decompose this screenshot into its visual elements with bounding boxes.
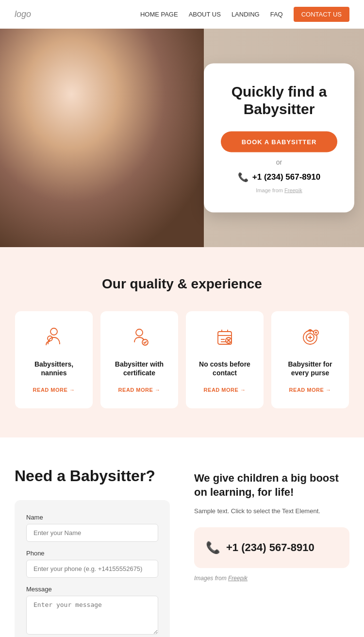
card-link-purse[interactable]: READ MORE → [289,387,331,393]
svg-rect-11 [63,172,73,182]
nav-links: HOME PAGE ABOUT US LANDING FAQ CONTACT U… [140,7,349,22]
phone-input[interactable] [26,560,158,578]
svg-point-7 [34,160,63,184]
hero-section: Quickly find a Babysitter BOOK A BABYSIT… [0,29,364,247]
card-title-babysitters: Babysitters, nannies [24,360,84,377]
card-title-certificate: Babysitter with certificate [109,360,169,377]
svg-point-1 [5,184,199,242]
card-title-purse: Babysitter for every purse [280,360,340,377]
hero-image-credit: Image from Freepik [221,187,337,193]
certificate-icon [109,326,169,352]
nav-about[interactable]: ABOUT US [189,11,221,18]
card-link-certificate[interactable]: READ MORE → [118,387,161,393]
quality-card-certificate: Babysitter with certificate READ MORE → [100,311,178,408]
svg-point-18 [177,55,201,80]
message-input[interactable] [26,596,158,635]
svg-rect-15 [133,110,172,159]
svg-rect-17 [170,53,199,92]
book-babysitter-button[interactable]: BOOK A BABYSITTER [221,132,337,152]
freepik-link-2[interactable]: Freepik [228,575,248,582]
phone-label: Phone [26,550,158,557]
card-link-babysitters[interactable]: READ MORE → [33,387,75,393]
purse-icon [280,326,340,352]
hero-image [0,29,204,247]
svg-rect-6 [53,133,83,172]
svg-point-14 [132,67,169,95]
name-group: Name [26,514,158,542]
contact-section: Need a Babysitter? Name Phone Message RE… [0,437,364,637]
hero-or-text: or [221,158,337,166]
no-cost-icon [195,326,255,352]
contact-inner: Need a Babysitter? Name Phone Message RE… [15,467,349,637]
quality-card-babysitters: Babysitters, nannies READ MORE → [15,311,93,408]
contact-heading: Need a Babysitter? [15,467,170,485]
contact-form-side: Need a Babysitter? Name Phone Message RE… [15,467,170,637]
contact-phone-number: +1 (234) 567-8910 [226,541,314,554]
quality-card-purse: Babysitter for every purse READ MORE → [271,311,349,408]
svg-point-5 [74,93,86,108]
hero-title: Quickly find a Babysitter [221,83,337,118]
card-title-no-cost: No costs before contact [195,360,255,377]
quality-card-no-cost: No costs before contact READ MORE → [186,311,264,408]
hero-phone: 📞 +1 (234) 567-8910 [221,172,337,183]
name-label: Name [26,514,158,521]
nav-home[interactable]: HOME PAGE [140,11,178,18]
svg-point-21 [136,329,143,336]
name-input[interactable] [26,524,158,542]
nav-landing[interactable]: LANDING [232,11,260,18]
phone-icon: 📞 [238,172,248,183]
logo: logo [15,9,31,19]
svg-point-16 [91,124,142,157]
nav-contact[interactable]: CONTACT US [294,7,349,22]
svg-point-3 [50,89,86,118]
contact-info-side: We give children a big boost on learning… [194,467,349,637]
svg-point-4 [51,91,85,110]
phone-group: Phone [26,550,158,578]
svg-rect-12 [97,167,105,180]
svg-point-13 [131,72,170,111]
contact-form-card: Name Phone Message REQUEST FOR CALL [15,500,170,637]
nav-faq[interactable]: FAQ [270,11,283,18]
svg-point-8 [71,166,99,187]
contact-right-text: Sample text. Click to select the Text El… [194,506,349,516]
svg-point-19 [50,328,57,335]
contact-image-credit: Images from Freepik [194,575,349,582]
contact-right-heading: We give children a big boost on learning… [194,471,349,499]
card-link-no-cost[interactable]: READ MORE → [204,387,246,393]
message-label: Message [26,586,158,593]
quality-title: Our quality & experience [15,276,349,292]
contact-phone-card: 📞 +1 (234) 567-8910 [194,527,349,568]
quality-cards: Babysitters, nannies READ MORE → Babysit… [15,311,349,408]
svg-rect-10 [86,173,95,180]
contact-phone-icon: 📞 [206,541,220,554]
navigation: logo HOME PAGE ABOUT US LANDING FAQ CONT… [0,0,364,29]
svg-rect-0 [0,29,204,247]
svg-rect-9 [75,169,86,180]
svg-point-2 [50,98,86,134]
quality-section: Our quality & experience Babysitters, na… [0,247,364,437]
hero-photo-svg [0,29,204,247]
babysitter-nanny-icon [24,326,84,352]
freepik-link[interactable]: Freepik [284,187,302,193]
hero-card: Quickly find a Babysitter BOOK A BABYSIT… [204,64,354,213]
message-group: Message [26,586,158,637]
hero-phone-number: +1 (234) 567-8910 [252,172,320,182]
